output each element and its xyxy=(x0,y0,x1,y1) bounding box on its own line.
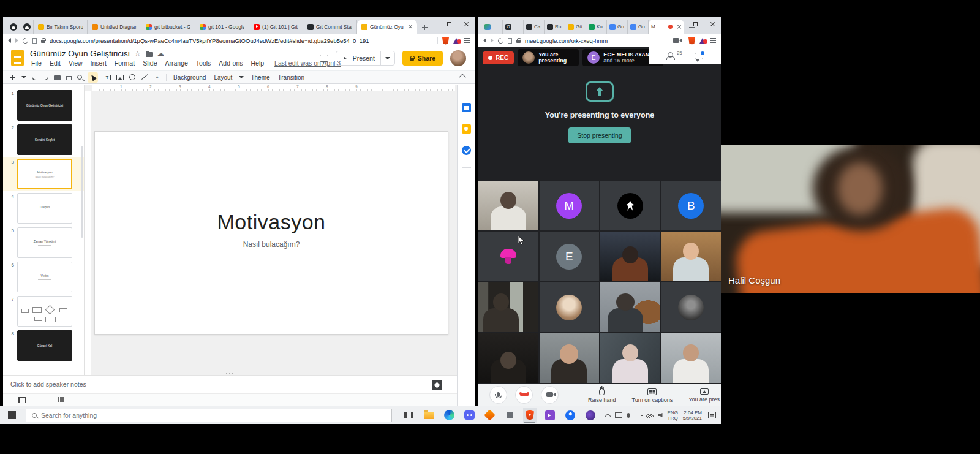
slide-thumbnail[interactable]: Verim xyxy=(17,262,72,292)
app-button[interactable] xyxy=(503,408,516,423)
print-button[interactable] xyxy=(54,75,61,80)
menu-icon[interactable] xyxy=(464,38,470,43)
slide-thumbnail[interactable]: Disiplin xyxy=(17,193,72,224)
speaker-notes[interactable]: Click to add speaker notes xyxy=(3,375,457,393)
slide-thumbnail-row[interactable]: 1 Günümüz Oyun Geliştiricisi xyxy=(3,88,84,123)
forward-icon[interactable] xyxy=(15,38,18,43)
grid-view-icon[interactable] xyxy=(58,397,65,403)
task-view-button[interactable] xyxy=(402,408,415,423)
undo-button[interactable] xyxy=(32,77,37,80)
slide-thumbnail-selected[interactable]: MotivasyonNasıl bulacağım? xyxy=(17,159,72,189)
participant-video[interactable] xyxy=(600,333,660,383)
filmstrip-view-icon[interactable] xyxy=(18,397,26,403)
audio-app-button[interactable] xyxy=(543,408,557,423)
app-button[interactable] xyxy=(584,408,597,423)
browser-tab[interactable] xyxy=(482,20,503,34)
participant-video[interactable] xyxy=(540,333,600,383)
participant-video[interactable] xyxy=(662,232,722,281)
edge-button[interactable] xyxy=(442,408,456,423)
browser-tab[interactable]: Ko xyxy=(586,20,607,34)
participant-tile[interactable]: M xyxy=(540,181,600,230)
present-button[interactable]: Present xyxy=(336,51,395,66)
notes-resize-handle[interactable] xyxy=(226,373,235,374)
participant-video[interactable] xyxy=(600,232,660,281)
slide-thumbnail-flowchart[interactable] xyxy=(17,296,72,327)
slide-thumbnail[interactable]: Zaman Yönetimi xyxy=(17,227,72,258)
tasks-icon[interactable] xyxy=(462,146,471,155)
browser-tab-active[interactable]: Günümüz Oyu xyxy=(357,20,417,34)
select-tool-active[interactable] xyxy=(88,72,98,83)
captions-button[interactable]: Turn on captions xyxy=(632,387,673,403)
collapse-toolbar-icon[interactable] xyxy=(459,74,466,80)
insert-line-button[interactable] xyxy=(141,74,148,81)
menu-format[interactable]: Format xyxy=(115,59,135,67)
participant-tile[interactable] xyxy=(540,282,600,332)
browser-tab[interactable]: Ro xyxy=(545,20,565,34)
discord-button[interactable] xyxy=(462,408,476,423)
back-icon[interactable] xyxy=(483,38,486,43)
browser-tab[interactable]: git bitbucket - Goo xyxy=(141,20,195,34)
maximize-button[interactable] xyxy=(687,17,704,31)
browser-tab[interactable]: (1) Git 101 | Git G xyxy=(249,20,303,34)
slide-page[interactable]: Motivasyon Nasıl bulacağım? xyxy=(94,131,448,335)
pinned-tab-github[interactable] xyxy=(20,20,34,34)
share-button[interactable]: Share xyxy=(402,51,443,66)
start-button[interactable] xyxy=(0,406,23,424)
explore-button[interactable] xyxy=(432,380,442,390)
notes-placeholder[interactable]: Click to add speaker notes xyxy=(10,380,86,388)
redo-button[interactable] xyxy=(43,77,48,80)
slide-thumbnail-row[interactable]: 6 Verim xyxy=(3,260,84,294)
move-folder-icon[interactable] xyxy=(146,52,153,57)
address-input[interactable]: docs.google.com/presentation/d/1pQs-wPae… xyxy=(50,37,433,44)
insert-shape-button[interactable] xyxy=(129,74,135,80)
comments-icon[interactable] xyxy=(320,55,328,62)
new-slide-button[interactable] xyxy=(9,74,16,81)
language-switcher[interactable]: ENG TRQ xyxy=(668,410,678,421)
refresh-icon[interactable] xyxy=(497,37,505,45)
slides-logo[interactable] xyxy=(11,50,24,66)
people-icon[interactable]: 25 xyxy=(666,52,677,59)
back-icon[interactable] xyxy=(8,38,11,43)
hidden-icons-chevron[interactable] xyxy=(605,413,611,419)
hangup-button[interactable] xyxy=(515,386,533,404)
menu-arrange[interactable]: Arrange xyxy=(165,59,187,67)
menu-view[interactable]: View xyxy=(69,59,83,67)
participant-tile[interactable] xyxy=(662,282,722,332)
chevron-down-icon[interactable] xyxy=(21,76,26,78)
browser-tab[interactable]: git 101 - Google A xyxy=(195,20,249,34)
slide-thumbnail-row[interactable]: 8 Güncel Kal xyxy=(3,328,84,363)
chat-icon[interactable] xyxy=(695,53,703,59)
slide-thumbnail[interactable]: Günümüz Oyun Geliştiricisi xyxy=(17,90,72,121)
file-explorer-button[interactable] xyxy=(422,408,435,423)
menu-tools[interactable]: Tools xyxy=(196,59,211,67)
battery-icon[interactable] xyxy=(635,414,641,417)
participant-video[interactable] xyxy=(478,333,538,383)
extension-icon[interactable] xyxy=(699,38,706,44)
brave-button-active[interactable] xyxy=(523,408,537,423)
browser-tab[interactable]: Untitled Diagram.d xyxy=(88,20,141,34)
menu-addons[interactable]: Add-ons xyxy=(219,59,243,67)
slide-thumbnail-row[interactable]: 4 Disiplin xyxy=(3,191,84,225)
stop-presenting-button[interactable]: Stop presenting xyxy=(568,127,631,143)
zoom-button[interactable] xyxy=(77,75,82,80)
document-title[interactable]: Günümüz Oyun Geliştiricisi xyxy=(30,49,130,58)
drawio-button[interactable] xyxy=(483,408,496,423)
insert-image-button[interactable] xyxy=(116,75,124,80)
participant-tile[interactable]: B xyxy=(662,181,722,230)
background-button[interactable]: Background xyxy=(172,74,207,81)
tab-close-icon[interactable] xyxy=(408,25,413,29)
transition-button[interactable]: Transition xyxy=(277,74,306,81)
slide-thumbnail-row-selected[interactable]: 3 MotivasyonNasıl bulacağım? xyxy=(3,157,84,191)
display-tray-icon[interactable] xyxy=(615,412,622,418)
participant-video[interactable] xyxy=(478,282,538,332)
browser-tab[interactable]: Git Commit Standa xyxy=(303,20,357,34)
keep-icon[interactable] xyxy=(462,124,471,134)
refresh-icon[interactable] xyxy=(21,37,29,45)
camera-button[interactable] xyxy=(541,386,559,404)
address-input[interactable]: meet.google.com/oik-cxeq-hmm xyxy=(525,37,668,44)
clock[interactable]: 2:04 PM 5/9/2021 xyxy=(683,410,702,421)
maximize-button[interactable] xyxy=(440,17,458,31)
minimize-button[interactable] xyxy=(669,17,687,31)
slide-thumbnail[interactable]: Güncel Kal xyxy=(17,330,72,361)
maps-app-button[interactable] xyxy=(564,408,577,423)
